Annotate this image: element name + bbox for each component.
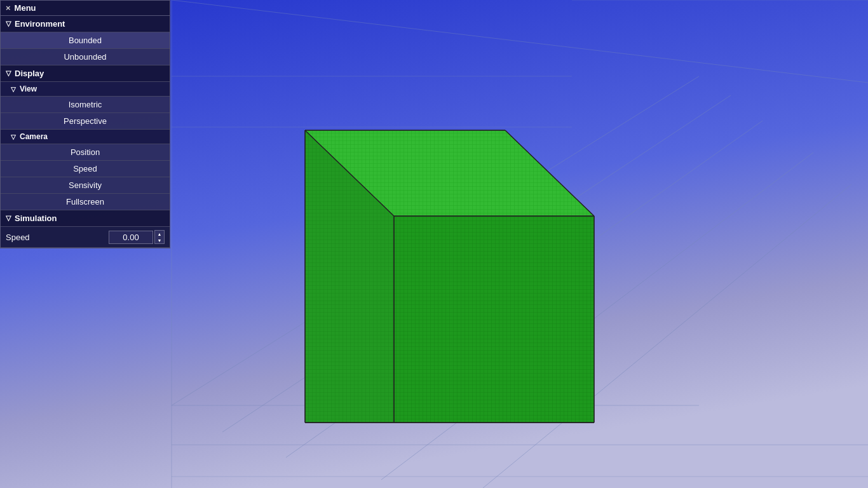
- fullscreen-button[interactable]: Fullscreen: [1, 194, 170, 210]
- menu-header[interactable]: × Menu: [1, 1, 170, 16]
- side-panel: × Menu ▽ Environment Bounded Unbounded ▽…: [0, 0, 170, 248]
- speed-stepper[interactable]: ▲ ▼: [154, 230, 165, 244]
- close-icon[interactable]: ×: [6, 3, 11, 13]
- menu-label: Menu: [15, 3, 36, 13]
- camera-label: Camera: [20, 132, 48, 141]
- speed-down-icon[interactable]: ▼: [158, 238, 162, 243]
- isometric-button[interactable]: Isometric: [1, 97, 170, 113]
- position-button[interactable]: Position: [1, 144, 170, 161]
- environment-label: Environment: [15, 19, 65, 29]
- speed-up-icon[interactable]: ▲: [158, 232, 162, 236]
- view-arrow: ▽: [11, 86, 16, 93]
- display-section-header[interactable]: ▽ Display: [1, 65, 170, 82]
- unbounded-button[interactable]: Unbounded: [1, 49, 170, 65]
- view-label: View: [20, 85, 37, 93]
- speed-button[interactable]: Speed: [1, 161, 170, 177]
- bounded-button[interactable]: Bounded: [1, 32, 170, 49]
- display-arrow: ▽: [6, 69, 11, 78]
- camera-subsection-header[interactable]: ▽ Camera: [1, 130, 170, 144]
- speed-value-input[interactable]: [109, 231, 153, 244]
- speed-label: Speed: [6, 233, 109, 242]
- simulation-section-header[interactable]: ▽ Simulation: [1, 210, 170, 227]
- environment-section-header[interactable]: ▽ Environment: [1, 16, 170, 32]
- simulation-speed-row: Speed ▲ ▼: [1, 227, 170, 248]
- camera-arrow: ▽: [11, 133, 16, 140]
- simulation-arrow: ▽: [6, 214, 11, 222]
- sensivity-button[interactable]: Sensivity: [1, 177, 170, 194]
- view-subsection-header[interactable]: ▽ View: [1, 82, 170, 97]
- simulation-label: Simulation: [15, 214, 57, 223]
- svg-marker-22: [394, 216, 594, 423]
- perspective-button[interactable]: Perspective: [1, 113, 170, 130]
- environment-arrow: ▽: [6, 20, 11, 28]
- display-label: Display: [15, 69, 44, 78]
